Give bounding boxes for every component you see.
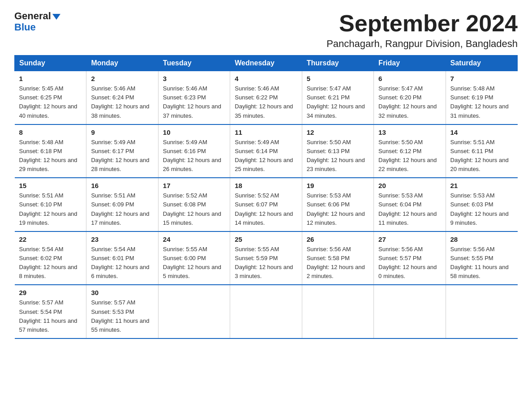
day-info: Sunrise: 5:53 AMSunset: 6:06 PMDaylight:… xyxy=(307,191,369,227)
calendar-week-row: 8Sunrise: 5:48 AMSunset: 6:18 PMDaylight… xyxy=(15,124,518,178)
day-number: 1 xyxy=(19,75,82,82)
day-info: Sunrise: 5:54 AMSunset: 6:01 PMDaylight:… xyxy=(91,245,153,281)
day-info: Sunrise: 5:46 AMSunset: 6:24 PMDaylight:… xyxy=(91,84,153,120)
day-number: 16 xyxy=(91,182,153,189)
day-number: 11 xyxy=(235,128,297,136)
calendar-cell: 16Sunrise: 5:51 AMSunset: 6:09 PMDayligh… xyxy=(86,178,158,231)
day-info: Sunrise: 5:51 AMSunset: 6:11 PMDaylight:… xyxy=(450,138,513,174)
day-number: 25 xyxy=(235,235,297,243)
day-number: 29 xyxy=(19,289,82,296)
day-info: Sunrise: 5:46 AMSunset: 6:22 PMDaylight:… xyxy=(235,84,297,120)
day-info: Sunrise: 5:46 AMSunset: 6:23 PMDaylight:… xyxy=(163,84,225,120)
calendar-header-monday: Monday xyxy=(86,56,158,71)
calendar-cell: 24Sunrise: 5:55 AMSunset: 6:00 PMDayligh… xyxy=(158,231,230,285)
day-number: 13 xyxy=(378,128,441,136)
page-header: General Blue September 2024 Panchagarh, … xyxy=(14,11,518,50)
calendar-week-row: 22Sunrise: 5:54 AMSunset: 6:02 PMDayligh… xyxy=(15,231,518,285)
calendar-cell: 11Sunrise: 5:49 AMSunset: 6:14 PMDayligh… xyxy=(230,124,302,178)
day-info: Sunrise: 5:57 AMSunset: 5:53 PMDaylight:… xyxy=(91,298,153,334)
calendar-cell: 12Sunrise: 5:50 AMSunset: 6:13 PMDayligh… xyxy=(302,124,373,178)
day-number: 17 xyxy=(163,182,225,189)
day-number: 7 xyxy=(450,75,513,82)
day-info: Sunrise: 5:56 AMSunset: 5:57 PMDaylight:… xyxy=(378,245,441,281)
calendar-cell: 19Sunrise: 5:53 AMSunset: 6:06 PMDayligh… xyxy=(302,178,373,231)
calendar-cell: 18Sunrise: 5:52 AMSunset: 6:07 PMDayligh… xyxy=(230,178,302,231)
calendar-cell xyxy=(230,285,302,338)
calendar-cell: 13Sunrise: 5:50 AMSunset: 6:12 PMDayligh… xyxy=(374,124,446,178)
calendar-header-row: SundayMondayTuesdayWednesdayThursdayFrid… xyxy=(15,56,518,71)
day-info: Sunrise: 5:49 AMSunset: 6:14 PMDaylight:… xyxy=(235,138,297,174)
calendar-week-row: 29Sunrise: 5:57 AMSunset: 5:54 PMDayligh… xyxy=(15,285,518,338)
calendar-cell: 28Sunrise: 5:56 AMSunset: 5:55 PMDayligh… xyxy=(446,231,517,285)
calendar-cell: 2Sunrise: 5:46 AMSunset: 6:24 PMDaylight… xyxy=(86,71,158,124)
calendar-cell xyxy=(446,285,517,338)
calendar-cell: 22Sunrise: 5:54 AMSunset: 6:02 PMDayligh… xyxy=(15,231,86,285)
page-subtitle: Panchagarh, Rangpur Division, Bangladesh xyxy=(326,38,518,50)
calendar-header-friday: Friday xyxy=(374,56,446,71)
day-number: 14 xyxy=(450,128,513,136)
day-info: Sunrise: 5:48 AMSunset: 6:18 PMDaylight:… xyxy=(19,138,82,174)
day-info: Sunrise: 5:51 AMSunset: 6:09 PMDaylight:… xyxy=(91,191,153,227)
calendar-table: SundayMondayTuesdayWednesdayThursdayFrid… xyxy=(14,55,518,339)
day-info: Sunrise: 5:52 AMSunset: 6:08 PMDaylight:… xyxy=(163,191,225,227)
calendar-cell: 20Sunrise: 5:53 AMSunset: 6:04 PMDayligh… xyxy=(374,178,446,231)
day-number: 22 xyxy=(19,235,82,243)
calendar-cell: 17Sunrise: 5:52 AMSunset: 6:08 PMDayligh… xyxy=(158,178,230,231)
calendar-header-sunday: Sunday xyxy=(15,56,86,71)
title-block: September 2024 Panchagarh, Rangpur Divis… xyxy=(326,11,518,50)
day-number: 30 xyxy=(91,289,153,296)
calendar-cell: 14Sunrise: 5:51 AMSunset: 6:11 PMDayligh… xyxy=(446,124,517,178)
day-info: Sunrise: 5:55 AMSunset: 6:00 PMDaylight:… xyxy=(163,245,225,281)
calendar-cell: 15Sunrise: 5:51 AMSunset: 6:10 PMDayligh… xyxy=(15,178,86,231)
day-info: Sunrise: 5:51 AMSunset: 6:10 PMDaylight:… xyxy=(19,191,82,227)
day-number: 2 xyxy=(91,75,153,82)
day-number: 21 xyxy=(450,182,513,189)
day-info: Sunrise: 5:47 AMSunset: 6:20 PMDaylight:… xyxy=(378,84,441,120)
day-info: Sunrise: 5:53 AMSunset: 6:03 PMDaylight:… xyxy=(450,191,513,227)
calendar-cell: 25Sunrise: 5:55 AMSunset: 5:59 PMDayligh… xyxy=(230,231,302,285)
calendar-cell: 23Sunrise: 5:54 AMSunset: 6:01 PMDayligh… xyxy=(86,231,158,285)
day-info: Sunrise: 5:53 AMSunset: 6:04 PMDaylight:… xyxy=(378,191,441,227)
calendar-header-thursday: Thursday xyxy=(302,56,373,71)
day-number: 6 xyxy=(378,75,441,82)
day-info: Sunrise: 5:50 AMSunset: 6:12 PMDaylight:… xyxy=(378,138,441,174)
calendar-cell xyxy=(302,285,373,338)
calendar-cell: 27Sunrise: 5:56 AMSunset: 5:57 PMDayligh… xyxy=(374,231,446,285)
calendar-cell: 10Sunrise: 5:49 AMSunset: 6:16 PMDayligh… xyxy=(158,124,230,178)
day-info: Sunrise: 5:49 AMSunset: 6:16 PMDaylight:… xyxy=(163,138,225,174)
logo-text-blue: Blue xyxy=(14,21,36,33)
day-info: Sunrise: 5:56 AMSunset: 5:58 PMDaylight:… xyxy=(307,245,369,281)
calendar-cell: 9Sunrise: 5:49 AMSunset: 6:17 PMDaylight… xyxy=(86,124,158,178)
calendar-header-wednesday: Wednesday xyxy=(230,56,302,71)
day-info: Sunrise: 5:47 AMSunset: 6:21 PMDaylight:… xyxy=(307,84,369,120)
calendar-cell: 4Sunrise: 5:46 AMSunset: 6:22 PMDaylight… xyxy=(230,71,302,124)
day-info: Sunrise: 5:55 AMSunset: 5:59 PMDaylight:… xyxy=(235,245,297,281)
day-info: Sunrise: 5:56 AMSunset: 5:55 PMDaylight:… xyxy=(450,245,513,281)
calendar-cell: 30Sunrise: 5:57 AMSunset: 5:53 PMDayligh… xyxy=(86,285,158,338)
calendar-cell: 21Sunrise: 5:53 AMSunset: 6:03 PMDayligh… xyxy=(446,178,517,231)
day-number: 20 xyxy=(378,182,441,189)
day-number: 15 xyxy=(19,182,82,189)
day-number: 3 xyxy=(163,75,225,82)
day-info: Sunrise: 5:57 AMSunset: 5:54 PMDaylight:… xyxy=(19,298,82,334)
day-number: 18 xyxy=(235,182,297,189)
day-info: Sunrise: 5:45 AMSunset: 6:25 PMDaylight:… xyxy=(19,84,82,120)
calendar-cell: 8Sunrise: 5:48 AMSunset: 6:18 PMDaylight… xyxy=(15,124,86,178)
day-number: 4 xyxy=(235,75,297,82)
calendar-header-tuesday: Tuesday xyxy=(158,56,230,71)
calendar-header-saturday: Saturday xyxy=(446,56,517,71)
calendar-week-row: 15Sunrise: 5:51 AMSunset: 6:10 PMDayligh… xyxy=(15,178,518,231)
calendar-cell: 7Sunrise: 5:48 AMSunset: 6:19 PMDaylight… xyxy=(446,71,517,124)
day-number: 26 xyxy=(307,235,369,243)
calendar-cell: 3Sunrise: 5:46 AMSunset: 6:23 PMDaylight… xyxy=(158,71,230,124)
day-number: 10 xyxy=(163,128,225,136)
day-number: 5 xyxy=(307,75,369,82)
day-info: Sunrise: 5:52 AMSunset: 6:07 PMDaylight:… xyxy=(235,191,297,227)
logo-text-general: General xyxy=(14,11,60,21)
calendar-week-row: 1Sunrise: 5:45 AMSunset: 6:25 PMDaylight… xyxy=(15,71,518,124)
page-title: September 2024 xyxy=(326,11,518,36)
day-info: Sunrise: 5:48 AMSunset: 6:19 PMDaylight:… xyxy=(450,84,513,120)
calendar-cell xyxy=(374,285,446,338)
logo: General Blue xyxy=(14,11,60,33)
day-number: 12 xyxy=(307,128,369,136)
